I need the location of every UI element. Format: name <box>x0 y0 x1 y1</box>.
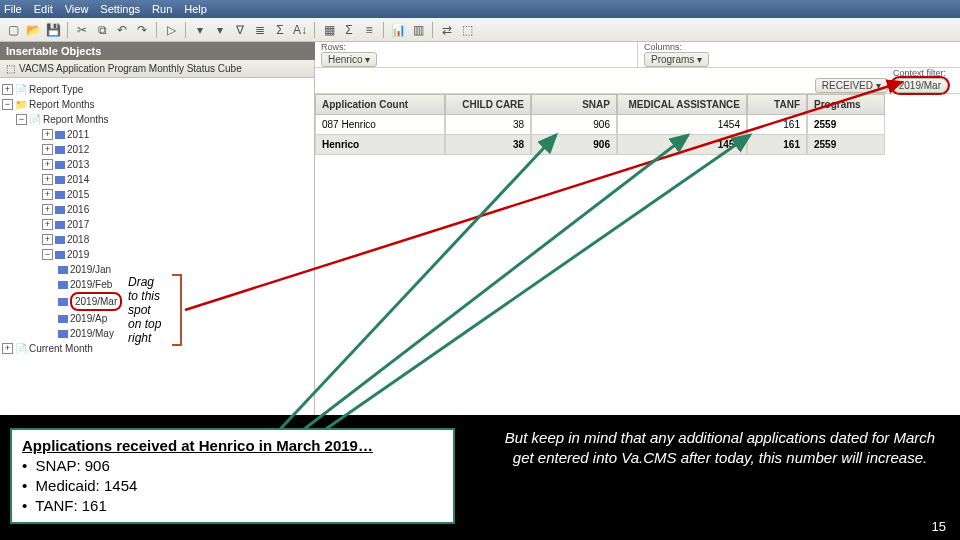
columns-dropzone[interactable]: Columns: Programs ▾ <box>637 42 960 67</box>
tree-year[interactable]: +2018 <box>2 232 312 247</box>
cell-value: 161 <box>747 135 807 155</box>
cell-value: 906 <box>531 135 617 155</box>
insertable-objects-pane: Insertable Objects ⬚ VACMS Application P… <box>0 42 315 415</box>
cell-value: 2559 <box>807 115 885 135</box>
menu-view[interactable]: View <box>65 3 89 15</box>
cut-icon[interactable]: ✂ <box>73 21 91 39</box>
sum-icon[interactable]: Σ <box>340 21 358 39</box>
open-icon[interactable]: 📂 <box>24 21 42 39</box>
tree-year[interactable]: +2012 <box>2 142 312 157</box>
summary-bullet: • Medicaid: 1454 <box>22 476 443 496</box>
filter-icon[interactable]: ▾ <box>191 21 209 39</box>
summary-bullet: • SNAP: 906 <box>22 456 443 476</box>
menu-file[interactable]: File <box>4 3 22 15</box>
table-row-total[interactable]: Henrico 38 906 1454 161 2559 <box>315 135 960 155</box>
swap-icon[interactable]: ⇄ <box>438 21 456 39</box>
data-source-label: VACMS Application Program Monthly Status… <box>19 63 242 74</box>
menu-help[interactable]: Help <box>184 3 207 15</box>
copy-icon[interactable]: ⧉ <box>93 21 111 39</box>
new-icon[interactable]: ▢ <box>4 21 22 39</box>
undo-icon[interactable]: ↶ <box>113 21 131 39</box>
rows-dropzone[interactable]: Rows: Henrico ▾ <box>315 42 637 67</box>
application-window: File Edit View Settings Run Help ▢ 📂 💾 ✂… <box>0 0 960 415</box>
sort-icon[interactable]: ▾ <box>211 21 229 39</box>
context-filter-zone[interactable]: Context filter: RECEIVED ▾ 2019/Mar <box>315 68 960 94</box>
run-icon[interactable]: ▷ <box>162 21 180 39</box>
summary-bullet: • TANF: 161 <box>22 496 443 516</box>
tree-report-type[interactable]: +📄Report Type <box>2 82 312 97</box>
menu-run[interactable]: Run <box>152 3 172 15</box>
rows-label: Rows: <box>315 42 637 52</box>
bracket-icon <box>172 274 182 346</box>
funnel-icon[interactable]: ∇ <box>231 21 249 39</box>
tree-year[interactable]: +2011 <box>2 127 312 142</box>
cell-value: 1454 <box>617 135 747 155</box>
cell-label: Henrico <box>315 135 445 155</box>
drag-hint-text: Drag to this spot on top right <box>128 275 161 345</box>
context-chip-received[interactable]: RECEIVED ▾ <box>815 78 888 93</box>
header-childcare[interactable]: CHILD CARE <box>445 94 531 115</box>
cell-value: 906 <box>531 115 617 135</box>
tree-year[interactable]: +2017 <box>2 217 312 232</box>
header-appcount[interactable]: Application Count <box>315 94 445 115</box>
page-number: 15 <box>932 519 946 534</box>
display-icon[interactable]: ▥ <box>409 21 427 39</box>
header-medical[interactable]: MEDICAL ASSISTANCE <box>617 94 747 115</box>
cell-label: 087 Henrico <box>315 115 445 135</box>
calc-icon[interactable]: ≡ <box>360 21 378 39</box>
tree-year-2019[interactable]: −2019 <box>2 247 312 262</box>
table-row[interactable]: 087 Henrico 38 906 1454 161 2559 <box>315 115 960 135</box>
tree-year[interactable]: +2014 <box>2 172 312 187</box>
tree-year[interactable]: +2013 <box>2 157 312 172</box>
header-snap[interactable]: SNAP <box>531 94 617 115</box>
export-icon[interactable]: ⬚ <box>458 21 476 39</box>
chart-icon[interactable]: 📊 <box>389 21 407 39</box>
grid-icon[interactable]: ▦ <box>320 21 338 39</box>
sigma-icon[interactable]: Σ <box>271 21 289 39</box>
columns-chip-programs[interactable]: Programs ▾ <box>644 52 709 67</box>
menu-edit[interactable]: Edit <box>34 3 53 15</box>
insertable-objects-title: Insertable Objects <box>0 42 315 60</box>
rows-chip-henrico[interactable]: Henrico ▾ <box>321 52 377 67</box>
summary-title: Applications received at Henrico in Marc… <box>22 436 443 456</box>
menu-settings[interactable]: Settings <box>100 3 140 15</box>
header-tanf[interactable]: TANF <box>747 94 807 115</box>
context-filter-label: Context filter: <box>815 68 952 78</box>
tree-year[interactable]: +2015 <box>2 187 312 202</box>
crosstab-pane: Rows: Henrico ▾ Columns: Programs ▾ Cont… <box>315 42 960 415</box>
columns-label: Columns: <box>638 42 960 52</box>
note-text: But keep in mind that any additional app… <box>500 428 940 468</box>
az-sort-icon[interactable]: A↓ <box>291 21 309 39</box>
context-chip-2019mar[interactable]: 2019/Mar <box>892 78 948 93</box>
save-icon[interactable]: 💾 <box>44 21 62 39</box>
tree-report-months-nested[interactable]: −📄Report Months <box>2 112 312 127</box>
header-programs[interactable]: Programs <box>807 94 885 115</box>
cell-value: 2559 <box>807 135 885 155</box>
data-source-header[interactable]: ⬚ VACMS Application Program Monthly Stat… <box>0 60 314 78</box>
menubar: File Edit View Settings Run Help <box>0 0 960 18</box>
cell-value: 38 <box>445 115 531 135</box>
grid-header-row: Application Count CHILD CARE SNAP MEDICA… <box>315 94 960 115</box>
tree-year[interactable]: +2016 <box>2 202 312 217</box>
redo-icon[interactable]: ↷ <box>133 21 151 39</box>
cube-icon: ⬚ <box>6 63 15 74</box>
cell-value: 1454 <box>617 115 747 135</box>
tree-report-months[interactable]: −📁Report Months <box>2 97 312 112</box>
group-icon[interactable]: ≣ <box>251 21 269 39</box>
summary-box: Applications received at Henrico in Marc… <box>10 428 455 524</box>
cell-value: 161 <box>747 115 807 135</box>
cell-value: 38 <box>445 135 531 155</box>
crosstab-grid: Application Count CHILD CARE SNAP MEDICA… <box>315 94 960 155</box>
toolbar: ▢ 📂 💾 ✂ ⧉ ↶ ↷ ▷ ▾ ▾ ∇ ≣ Σ A↓ ▦ Σ ≡ 📊 ▥ ⇄… <box>0 18 960 42</box>
